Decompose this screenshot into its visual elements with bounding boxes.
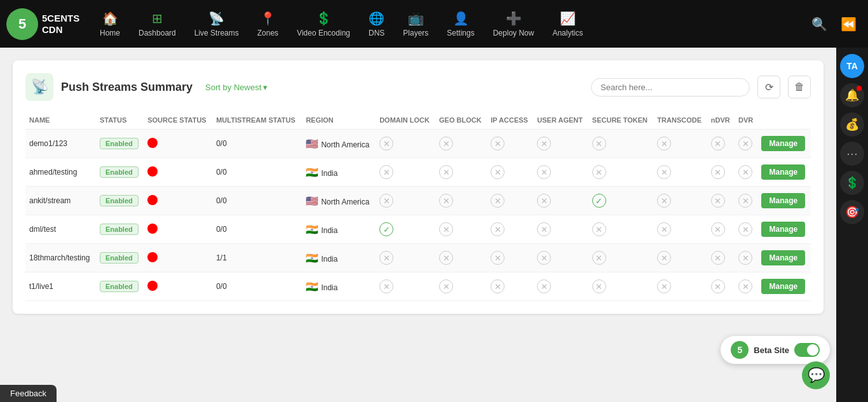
- disabled-icon: ✕: [491, 194, 505, 208]
- nav-deploy-now-label: Deploy Now: [493, 29, 534, 37]
- cell-secure-token: ✕: [588, 215, 654, 244]
- cell-source-status: [144, 130, 212, 158]
- cell-region: 🇺🇸North America: [302, 130, 376, 158]
- nav-video-encoding[interactable]: 💲 Video Encoding: [289, 7, 358, 41]
- col-status: STATUS: [96, 111, 144, 130]
- manage-button[interactable]: Manage: [761, 250, 805, 265]
- disabled-icon: ✕: [491, 165, 505, 179]
- manage-button[interactable]: Manage: [761, 279, 805, 294]
- disabled-icon: ✕: [379, 279, 393, 293]
- disabled-icon: ✕: [537, 194, 551, 208]
- nav-dashboard[interactable]: ⊞ Dashboard: [131, 7, 184, 41]
- status-badge: Enabled: [100, 195, 139, 206]
- cell-transcode: ✕: [653, 187, 707, 215]
- beta-logo: 5: [731, 341, 749, 359]
- nav-live-streams-label: Live Streams: [194, 29, 239, 37]
- nav-settings-label: Settings: [447, 29, 474, 37]
- cell-domain-lock: ✓: [376, 215, 435, 244]
- disabled-icon: ✕: [711, 251, 725, 265]
- col-multistream: MULTISTREAM STATUS: [212, 111, 302, 130]
- col-ip-access: IP ACCESS: [487, 111, 533, 130]
- cell-name: ankit/stream: [25, 187, 96, 215]
- enabled-icon: ✓: [592, 194, 606, 208]
- manage-button[interactable]: Manage: [761, 136, 805, 151]
- col-secure-token: SECURE TOKEN: [588, 111, 654, 130]
- cell-dvr: ✕: [735, 215, 757, 244]
- cell-transcode: ✕: [653, 272, 707, 301]
- manage-button[interactable]: Manage: [761, 222, 805, 237]
- disabled-icon: ✕: [537, 251, 551, 265]
- cell-region: 🇮🇳India: [302, 272, 376, 301]
- disabled-icon: ✕: [379, 165, 393, 179]
- cell-action: Manage: [757, 272, 811, 301]
- nav-dns[interactable]: 🌐 DNS: [361, 7, 392, 41]
- nav-home[interactable]: 🏠 Home: [92, 7, 128, 41]
- billing-icon[interactable]: 💰: [840, 112, 864, 137]
- disabled-icon: ✕: [491, 251, 505, 265]
- table-row: ahmed/testing Enabled 0/0 🇮🇳India ✕ ✕ ✕ …: [25, 158, 811, 187]
- refresh-button[interactable]: ⟳: [757, 76, 780, 98]
- cell-ndvr: ✕: [707, 130, 735, 158]
- nav-settings[interactable]: 👤 Settings: [439, 7, 482, 41]
- disabled-icon: ✕: [592, 137, 606, 151]
- user-avatar[interactable]: TA: [840, 54, 864, 78]
- source-status-dot: [147, 166, 158, 177]
- cell-source-status: [144, 272, 212, 301]
- disabled-icon: ✕: [738, 222, 752, 236]
- delete-button[interactable]: 🗑: [788, 76, 811, 98]
- notifications-icon[interactable]: 🔔: [840, 83, 864, 107]
- search-button[interactable]: 🔍: [806, 11, 832, 37]
- nav-players[interactable]: 📺 Players: [395, 7, 436, 41]
- sort-button[interactable]: Sort by Newest ▾: [205, 83, 268, 92]
- streams-table-wrap: NAME STATUS SOURCE STATUS MULTISTREAM ST…: [25, 111, 811, 301]
- beta-label: Beta Site: [754, 345, 789, 355]
- nav-video-encoding-label: Video Encoding: [297, 29, 350, 37]
- col-user-agent: USER AGENT: [533, 111, 588, 130]
- cell-geo-block: ✕: [435, 215, 487, 244]
- col-geo-block: GEO BLOCK: [435, 111, 487, 130]
- target-icon[interactable]: 🎯: [840, 200, 864, 224]
- search-input[interactable]: [591, 78, 750, 97]
- streams-tbody: demo1/123 Enabled 0/0 🇺🇸North America ✕ …: [25, 130, 811, 301]
- nav-zones[interactable]: 📍 Zones: [250, 7, 286, 41]
- chat-button[interactable]: 💬: [802, 361, 830, 389]
- nav-deploy-now[interactable]: ➕ Deploy Now: [485, 7, 542, 41]
- nav-players-label: Players: [403, 29, 428, 37]
- status-badge: Enabled: [100, 281, 139, 292]
- table-row: dml/test Enabled 0/0 🇮🇳India ✓ ✕ ✕ ✕ ✕ ✕…: [25, 215, 811, 244]
- more-options-icon[interactable]: ⋯: [840, 142, 864, 166]
- cell-user-agent: ✕: [533, 158, 588, 187]
- dollar-icon[interactable]: 💲: [840, 171, 864, 195]
- cell-secure-token: ✕: [588, 272, 654, 301]
- toggle-knob: [807, 344, 818, 356]
- table-row: ankit/stream Enabled 0/0 🇺🇸North America…: [25, 187, 811, 215]
- cell-ndvr: ✕: [707, 272, 735, 301]
- cell-multistream: 0/0: [212, 158, 302, 187]
- disabled-icon: ✕: [738, 251, 752, 265]
- cell-secure-token: ✓: [588, 187, 654, 215]
- feedback-button[interactable]: Feedback: [0, 385, 57, 402]
- disabled-icon: ✕: [439, 194, 453, 208]
- manage-button[interactable]: Manage: [761, 193, 805, 208]
- push-streams-card: 📡 Push Streams Summary Sort by Newest ▾ …: [13, 60, 824, 314]
- col-ndvr: nDVR: [707, 111, 735, 130]
- cell-region: 🇺🇸North America: [302, 187, 376, 215]
- cell-dvr: ✕: [735, 187, 757, 215]
- disabled-icon: ✕: [439, 222, 453, 236]
- cell-multistream: 0/0: [212, 272, 302, 301]
- nav-live-streams[interactable]: 📡 Live Streams: [187, 7, 247, 41]
- cell-user-agent: ✕: [533, 272, 588, 301]
- cell-secure-token: ✕: [588, 158, 654, 187]
- disabled-icon: ✕: [711, 165, 725, 179]
- logo[interactable]: 5 5CENTS CDN: [6, 8, 83, 40]
- cell-geo-block: ✕: [435, 187, 487, 215]
- nav-analytics[interactable]: 📈 Analytics: [545, 7, 590, 41]
- disabled-icon: ✕: [738, 137, 752, 151]
- cell-user-agent: ✕: [533, 215, 588, 244]
- collapse-button[interactable]: ⏪: [836, 11, 862, 37]
- disabled-icon: ✕: [657, 251, 671, 265]
- beta-toggle[interactable]: [794, 343, 820, 357]
- cell-secure-token: ✕: [588, 244, 654, 272]
- manage-button[interactable]: Manage: [761, 164, 805, 180]
- col-source-status: SOURCE STATUS: [144, 111, 212, 130]
